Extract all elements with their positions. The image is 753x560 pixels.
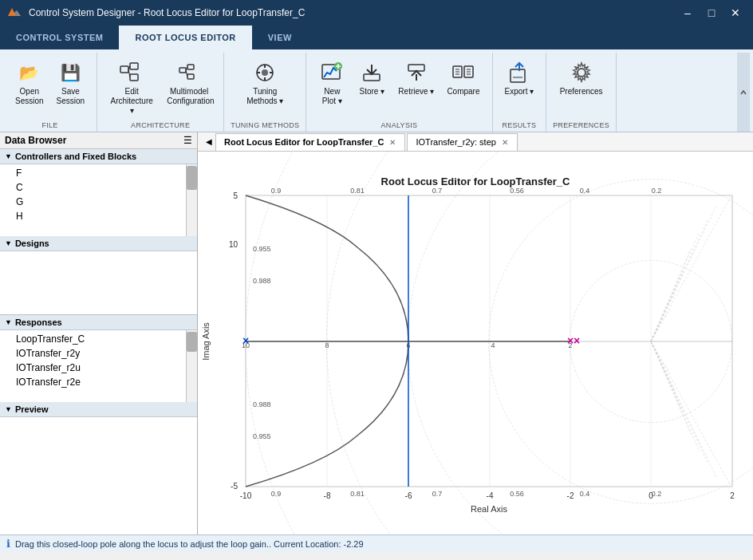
svg-marker-0 [8,8,21,16]
store-button[interactable]: Store ▾ [353,56,391,101]
pole-minus10[interactable]: × [242,334,249,347]
controllers-section-header[interactable]: ▼ Controllers and Fixed Blocks [0,149,197,164]
list-item-F[interactable]: F [0,166,197,180]
x-label-minus10: -10 [240,491,252,500]
designs-label: Designs [15,239,49,248]
svg-rect-3 [130,63,138,69]
tuning-icon [252,60,278,85]
plot-tab-iotransfer[interactable]: IOTransfer_r2y: step ✕ [407,133,517,151]
close-button[interactable]: ✕ [724,2,747,24]
tuning-methods-label: TuningMethods ▾ [246,87,283,106]
list-item-iotransfer-r2u[interactable]: IOTransfer_r2u [0,361,197,375]
radius-label-8: 8 [325,341,329,349]
multimodel-config-label: MultimodelConfiguration [167,87,211,106]
damp-side-0.988-top: 0.988 [253,277,271,285]
preview-section-header[interactable]: ▼ Preview [0,402,197,417]
responses-label: Responses [15,317,62,327]
tuning-group-label: TUNING METHODS [231,120,299,132]
data-browser-menu-button[interactable]: ☰ [183,135,192,146]
svg-rect-7 [179,68,186,73]
plot-tab-iotransfer-label: IOTransfer_r2y: step [416,137,495,147]
ribbon-group-results: Export ▾ RESULTS [493,53,547,132]
analysis-buttons: NewPlot ▾ Store ▾ [313,56,485,120]
root-locus-plot[interactable]: Root Locus Editor for LoopTransfer_C [198,152,753,534]
plot-tab-root-locus[interactable]: Root Locus Editor for LoopTransfer_C ✕ [215,133,405,151]
designs-section-header[interactable]: ▼ Designs [0,236,197,251]
minimize-button[interactable]: – [676,2,699,24]
x-label-minus4: -4 [487,491,494,500]
window-title: Control System Designer - Root Locus Edi… [29,7,305,18]
ribbon-collapse-button[interactable] [737,53,750,132]
ribbon-group-tuning: TuningMethods ▾ TUNING METHODS [224,53,306,132]
new-plot-label: NewPlot ▾ [322,87,342,106]
list-item-G[interactable]: G [0,195,197,209]
retrieve-icon [404,60,429,85]
edit-architecture-button[interactable]: EditArchitecture ▾ [104,56,160,120]
retrieve-button[interactable]: Retrieve ▾ [392,56,440,101]
compare-icon [451,60,476,85]
damp-side-0.955-top: 0.955 [253,245,271,253]
list-item-H[interactable]: H [0,209,197,223]
maximize-button[interactable]: □ [700,2,723,24]
controllers-scrollbar[interactable] [186,164,197,236]
tuning-methods-button[interactable]: TuningMethods ▾ [241,56,289,110]
x-label-minus2: -2 [567,491,574,500]
preferences-icon [569,60,594,85]
architecture-buttons: EditArchitecture ▾ MultimodelConfigurati… [104,56,217,120]
damp-label-0.81-top: 0.81 [350,187,365,195]
save-session-label: SaveSession [57,87,85,106]
tuning-buttons: TuningMethods ▾ [241,56,289,120]
responses-section-header[interactable]: ▼ Responses [0,315,197,330]
damp-label-0.56-top: 0.56 [510,187,524,195]
compare-label: Compare [447,87,479,97]
tab-root-locus-editor[interactable]: ROOT LOCUS EDITOR [119,26,251,49]
results-buttons: Export ▾ [499,56,540,120]
multimodel-config-button[interactable]: MultimodelConfiguration [161,56,217,110]
compare-button[interactable]: Compare [441,56,485,101]
plot-tab-strip: ◀ Root Locus Editor for LoopTransfer_C ✕… [198,132,753,152]
damp-label-0.2-bot: 0.2 [652,490,662,498]
plot-strip-left-button[interactable]: ◀ [203,136,215,148]
tab-view[interactable]: VIEW [252,26,308,49]
list-item-iotransfer-r2e[interactable]: IOTransfer_r2e [0,375,197,389]
responses-arrow: ▼ [5,318,12,326]
list-item-looptransfer[interactable]: LoopTransfer_C [0,332,197,346]
x-label-minus6: -6 [405,491,412,500]
plot-container[interactable]: Root Locus Editor for LoopTransfer_C [198,152,753,534]
svg-point-17 [262,69,268,76]
svg-rect-2 [120,66,128,73]
pole-minus2-open[interactable]: × [567,334,574,347]
designs-section-content [0,251,197,315]
responses-scrollbar[interactable] [186,330,197,402]
new-plot-button[interactable]: NewPlot ▾ [313,56,351,110]
retrieve-label: Retrieve ▾ [398,87,434,97]
save-icon: 💾 [57,60,83,85]
controllers-scroll-thumb[interactable] [187,166,197,190]
preferences-button[interactable]: Preferences [554,56,609,101]
controllers-label: Controllers and Fixed Blocks [15,152,136,161]
save-session-button[interactable]: 💾 SaveSession [51,56,91,110]
plot-tab-root-locus-close[interactable]: ✕ [388,138,396,147]
svg-line-11 [186,70,187,77]
damp-label-0.56-bot: 0.56 [510,490,524,498]
radius-label-6: 6 [406,341,410,349]
plot-tab-iotransfer-close[interactable]: ✕ [501,138,509,147]
list-item-iotransfer-r2y[interactable]: IOTransfer_r2y [0,346,197,361]
export-button[interactable]: Export ▾ [499,56,540,101]
open-session-button[interactable]: 📂 OpenSession [10,56,49,110]
controllers-list: F C G H [0,164,197,225]
data-browser-title: Data Browser [5,135,66,146]
damp-label-0.4-bot: 0.4 [580,490,590,498]
edit-architecture-label: EditArchitecture ▾ [109,87,154,116]
y-axis-label: Imag Axis [201,322,211,361]
list-item-C[interactable]: C [0,180,197,195]
plot-tab-root-locus-label: Root Locus Editor for LoopTransfer_C [224,137,384,147]
tab-control-system[interactable]: CONTROL SYSTEM [0,26,119,49]
plot-title: Root Locus Editor for LoopTransfer_C [381,175,571,187]
open-session-label: OpenSession [15,87,44,106]
pole-minus2-closed[interactable]: × [574,334,580,347]
responses-scroll-thumb[interactable] [187,332,197,352]
store-icon [359,60,384,85]
x-label-2: 2 [730,491,735,500]
results-group-label: RESULTS [502,120,536,132]
